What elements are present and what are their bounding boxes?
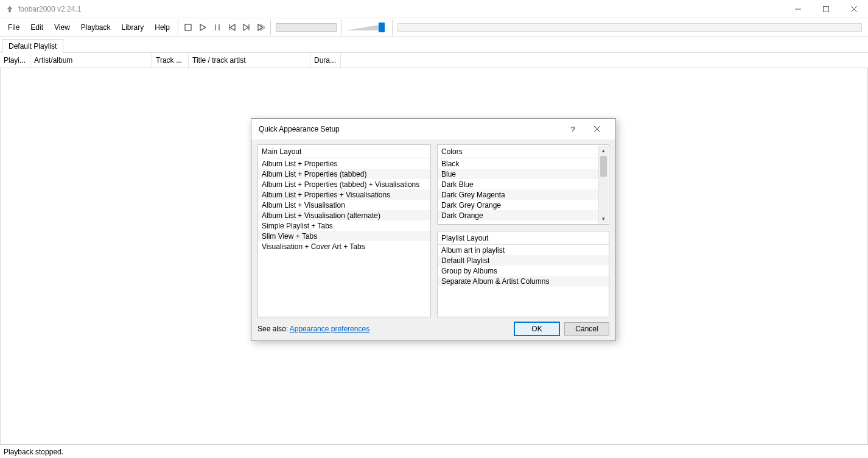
play-icon[interactable] — [196, 21, 209, 34]
seekbar-small[interactable] — [276, 23, 337, 32]
toolbar-separator-2 — [270, 19, 271, 35]
menubar: File Edit View Playback Library Help — [0, 18, 175, 37]
minimize-button[interactable] — [784, 0, 812, 18]
menubar-toolbar-row: File Edit View Playback Library Help — [0, 18, 868, 37]
app-icon — [5, 4, 15, 14]
list-item[interactable]: Album List + Properties + Visualisations — [258, 189, 430, 200]
svg-rect-4 — [185, 24, 191, 30]
playlist-columns: Playi... Artist/album Track ... Title / … — [0, 53, 868, 68]
scroll-down-icon[interactable]: ▾ — [599, 214, 608, 224]
playlist-layout-list[interactable]: Album art in playlist Default Playlist G… — [438, 245, 609, 317]
list-item[interactable]: Default Playlist — [438, 255, 609, 266]
list-item[interactable]: Black — [438, 158, 599, 169]
colors-header: Colors — [438, 145, 609, 158]
colors-scrollbar[interactable]: ▴ ▾ — [598, 146, 608, 224]
playback-toolbar — [181, 18, 268, 37]
list-item[interactable]: Blue — [438, 169, 599, 179]
appearance-prefs-link[interactable]: Appearance preferences — [290, 325, 369, 333]
window-controls — [784, 0, 868, 18]
menu-library[interactable]: Library — [116, 18, 150, 37]
svg-rect-1 — [824, 6, 829, 12]
menu-view[interactable]: View — [49, 18, 75, 37]
playlist-layout-header: Playlist Layout — [438, 231, 609, 245]
volume-slider[interactable] — [346, 23, 388, 32]
dialog-title: Quick Appearance Setup — [259, 125, 340, 133]
main-layout-panel: Main Layout Album List + Properties Albu… — [257, 144, 431, 317]
dialog-footer: See also: Appearance preferences OK Canc… — [251, 317, 615, 340]
list-item[interactable]: Dark Grey Magenta — [438, 189, 599, 200]
main-layout-list[interactable]: Album List + Properties Album List + Pro… — [258, 158, 430, 317]
list-item[interactable]: Slim View + Tabs — [258, 231, 430, 241]
list-item[interactable]: Album art in playlist — [438, 245, 609, 255]
appearance-dialog: Quick Appearance Setup ? Main Layout Alb… — [251, 118, 616, 341]
statusbar: Playback stopped. — [0, 445, 868, 458]
dialog-right-column: Colors Black Blue Dark Blue Dark Grey Ma… — [437, 144, 609, 317]
menu-help[interactable]: Help — [149, 18, 175, 37]
list-item[interactable]: Dark Blue — [438, 179, 599, 189]
toolbar-separator — [178, 19, 178, 35]
main-layout-header: Main Layout — [258, 145, 430, 158]
stop-icon[interactable] — [181, 21, 195, 34]
list-item[interactable]: Album List + Visualisation (alternate) — [258, 210, 430, 220]
see-also-label: See also: Appearance preferences — [257, 325, 369, 333]
pause-icon[interactable] — [211, 21, 224, 34]
col-duration[interactable]: Dura... — [310, 53, 341, 68]
see-also-text: See also: — [257, 325, 290, 333]
ok-button[interactable]: OK — [514, 322, 559, 336]
menu-playback[interactable]: Playback — [75, 18, 116, 37]
playlist-layout-panel: Playlist Layout Album art in playlist De… — [437, 231, 609, 317]
scroll-up-icon[interactable]: ▴ — [599, 146, 608, 155]
list-item[interactable]: Album List + Visualisation — [258, 200, 430, 210]
status-text: Playback stopped. — [4, 448, 63, 456]
list-item[interactable]: Visualisation + Cover Art + Tabs — [258, 241, 430, 252]
close-button[interactable] — [840, 0, 868, 18]
previous-icon[interactable] — [225, 21, 239, 34]
toolbar-separator-4 — [392, 19, 393, 35]
list-item[interactable]: Album List + Properties — [258, 158, 430, 169]
volume-track-icon — [346, 24, 382, 30]
col-title[interactable]: Title / track artist — [189, 53, 310, 68]
list-item[interactable]: Album List + Properties (tabbed) — [258, 169, 430, 179]
menu-edit[interactable]: Edit — [25, 18, 49, 37]
list-item[interactable]: Simple Playlist + Tabs — [258, 220, 430, 231]
playlist-tab-default[interactable]: Default Playlist — [2, 39, 63, 53]
list-item[interactable]: Group by Albums — [438, 266, 609, 276]
dialog-help-button[interactable]: ? — [561, 121, 585, 138]
playlist-tabstrip: Default Playlist — [0, 37, 868, 53]
scroll-thumb[interactable] — [600, 156, 607, 177]
volume-thumb[interactable] — [379, 23, 385, 32]
svg-marker-10 — [243, 24, 248, 30]
colors-panel: Colors Black Blue Dark Blue Dark Grey Ma… — [437, 144, 609, 225]
dialog-body: Main Layout Album List + Properties Albu… — [251, 139, 615, 317]
list-item[interactable]: Separate Album & Artist Columns — [438, 276, 609, 286]
random-icon[interactable] — [254, 21, 268, 34]
dialog-close-button[interactable] — [585, 121, 609, 138]
svg-marker-9 — [230, 24, 235, 30]
svg-marker-5 — [200, 24, 206, 30]
next-icon[interactable] — [240, 21, 253, 34]
seekbar-large[interactable] — [397, 23, 862, 32]
col-playing[interactable]: Playi... — [0, 53, 30, 68]
list-item[interactable]: Dark Orange — [438, 210, 599, 220]
colors-list[interactable]: Black Blue Dark Blue Dark Grey Magenta D… — [438, 158, 609, 224]
list-item[interactable]: Dark Grey Orange — [438, 200, 599, 210]
maximize-button[interactable] — [812, 0, 840, 18]
col-track[interactable]: Track ... — [152, 53, 189, 68]
list-item[interactable]: Album List + Properties (tabbed) + Visua… — [258, 179, 430, 189]
menu-file[interactable]: File — [2, 18, 25, 37]
window-title: foobar2000 v2.24.1 — [18, 5, 784, 13]
toolbar-separator-3 — [341, 19, 342, 35]
dialog-titlebar: Quick Appearance Setup ? — [251, 119, 615, 139]
titlebar: foobar2000 v2.24.1 — [0, 0, 868, 18]
cancel-button[interactable]: Cancel — [564, 322, 609, 336]
col-artist-album[interactable]: Artist/album — [30, 53, 152, 68]
